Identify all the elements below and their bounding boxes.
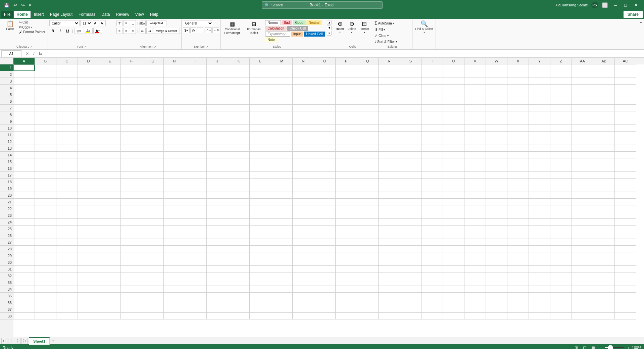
- cell-aa27[interactable]: [572, 239, 593, 246]
- cell-y31[interactable]: [529, 266, 550, 272]
- cell-p9[interactable]: [336, 118, 357, 125]
- cell-z26[interactable]: [550, 232, 572, 239]
- cell-y14[interactable]: [529, 152, 550, 158]
- cell-f18[interactable]: [121, 179, 142, 185]
- cell-z30[interactable]: [550, 259, 572, 266]
- row-header-20[interactable]: 20: [0, 192, 13, 199]
- sheet-nav-prev[interactable]: ⟨: [8, 338, 14, 344]
- cell-k31[interactable]: [228, 266, 250, 272]
- cell-x19[interactable]: [507, 185, 529, 192]
- cell-z31[interactable]: [550, 266, 572, 272]
- fill-color-button[interactable]: A ▾: [84, 28, 93, 34]
- col-header-c[interactable]: C: [56, 58, 78, 64]
- cell-u7[interactable]: [443, 105, 464, 111]
- cell-f38[interactable]: [121, 313, 142, 319]
- cell-b33[interactable]: [35, 279, 56, 286]
- cell-s2[interactable]: [400, 71, 422, 78]
- cell-h5[interactable]: [164, 91, 185, 98]
- cell-z24[interactable]: [550, 219, 572, 226]
- menu-data[interactable]: Data: [99, 11, 112, 18]
- cell-c25[interactable]: [56, 226, 78, 232]
- cell-q23[interactable]: [357, 212, 379, 219]
- minimize-button[interactable]: ─: [610, 0, 620, 10]
- share-button[interactable]: Share: [624, 11, 643, 18]
- cell-a18[interactable]: [13, 179, 35, 185]
- cell-m29[interactable]: [271, 252, 293, 259]
- cell-q35[interactable]: [357, 293, 379, 299]
- cell-j12[interactable]: [207, 138, 228, 145]
- cell-p27[interactable]: [336, 239, 357, 246]
- cell-r14[interactable]: [379, 152, 400, 158]
- row-header-36[interactable]: 36: [0, 299, 13, 306]
- cell-s35[interactable]: [400, 293, 422, 299]
- cell-b26[interactable]: [35, 232, 56, 239]
- copy-button[interactable]: ⧉ Copy ▾: [18, 25, 46, 30]
- cell-c24[interactable]: [56, 219, 78, 226]
- cell-ac27[interactable]: [615, 239, 636, 246]
- cell-ac19[interactable]: [615, 185, 636, 192]
- cell-l7[interactable]: [250, 105, 271, 111]
- cell-g17[interactable]: [142, 172, 164, 179]
- cell-aa13[interactable]: [572, 145, 593, 152]
- cell-f7[interactable]: [121, 105, 142, 111]
- cell-i3[interactable]: [185, 78, 207, 85]
- cell-x9[interactable]: [507, 118, 529, 125]
- redo-icon[interactable]: ↪: [20, 2, 26, 8]
- cell-w19[interactable]: [486, 185, 507, 192]
- cell-o6[interactable]: [314, 98, 336, 105]
- col-header-u[interactable]: U: [443, 58, 464, 64]
- cell-b37[interactable]: [35, 306, 56, 313]
- cell-d27[interactable]: [78, 239, 99, 246]
- cell-aa1[interactable]: [572, 64, 593, 71]
- cell-v26[interactable]: [464, 232, 486, 239]
- cell-g7[interactable]: [142, 105, 164, 111]
- cell-o26[interactable]: [314, 232, 336, 239]
- cell-k30[interactable]: [228, 259, 250, 266]
- cell-p26[interactable]: [336, 232, 357, 239]
- cell-a36[interactable]: [13, 299, 35, 306]
- col-header-d[interactable]: D: [78, 58, 99, 64]
- cell-ac3[interactable]: [615, 78, 636, 85]
- cell-d23[interactable]: [78, 212, 99, 219]
- cell-u12[interactable]: [443, 138, 464, 145]
- cell-y2[interactable]: [529, 71, 550, 78]
- cell-t20[interactable]: [422, 192, 443, 199]
- col-header-l[interactable]: L: [250, 58, 271, 64]
- cell-ac23[interactable]: [615, 212, 636, 219]
- decrease-font-size-button[interactable]: A↓: [100, 20, 106, 26]
- cell-ab31[interactable]: [593, 266, 615, 272]
- cell-v21[interactable]: [464, 199, 486, 205]
- cell-f34[interactable]: [121, 286, 142, 293]
- cell-r30[interactable]: [379, 259, 400, 266]
- cell-h37[interactable]: [164, 306, 185, 313]
- cell-aa22[interactable]: [572, 205, 593, 212]
- cell-t26[interactable]: [422, 232, 443, 239]
- cell-b20[interactable]: [35, 192, 56, 199]
- cell-h9[interactable]: [164, 118, 185, 125]
- cell-k4[interactable]: [228, 85, 250, 91]
- cell-a20[interactable]: [13, 192, 35, 199]
- cell-ab2[interactable]: [593, 71, 615, 78]
- cell-r4[interactable]: [379, 85, 400, 91]
- cell-o20[interactable]: [314, 192, 336, 199]
- cell-j16[interactable]: [207, 165, 228, 172]
- cell-v34[interactable]: [464, 286, 486, 293]
- cell-d19[interactable]: [78, 185, 99, 192]
- cell-f30[interactable]: [121, 259, 142, 266]
- cell-z27[interactable]: [550, 239, 572, 246]
- cell-e15[interactable]: [99, 158, 121, 165]
- cell-o17[interactable]: [314, 172, 336, 179]
- col-header-z[interactable]: Z: [550, 58, 572, 64]
- cell-d37[interactable]: [78, 306, 99, 313]
- cell-g35[interactable]: [142, 293, 164, 299]
- cell-u28[interactable]: [443, 246, 464, 252]
- cell-b7[interactable]: [35, 105, 56, 111]
- cell-b38[interactable]: [35, 313, 56, 319]
- cell-v10[interactable]: [464, 125, 486, 132]
- cell-y4[interactable]: [529, 85, 550, 91]
- cell-m1[interactable]: [271, 64, 293, 71]
- cell-d26[interactable]: [78, 232, 99, 239]
- cell-ab16[interactable]: [593, 165, 615, 172]
- insert-function-button[interactable]: fx: [38, 51, 43, 56]
- cell-t4[interactable]: [422, 85, 443, 91]
